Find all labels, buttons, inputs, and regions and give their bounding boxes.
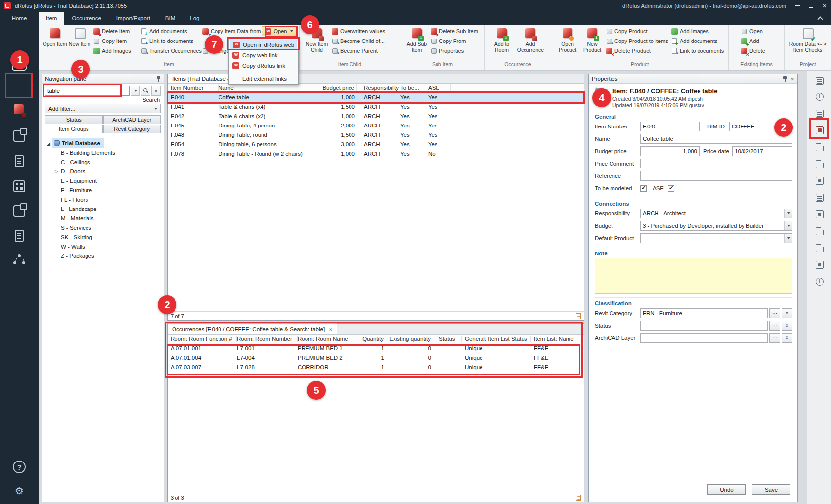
copy-item-data-from-button[interactable]: Copy Item Data from (201, 26, 262, 36)
delete-sub-item-button[interactable]: Delete Sub Item (429, 26, 479, 36)
product-add-documents-button[interactable]: Add documents (670, 36, 725, 46)
info-icon[interactable] (813, 90, 826, 103)
tree-item[interactable]: E - Equipment (45, 176, 164, 185)
column-header-room-name[interactable]: Room: Room Name (298, 336, 362, 342)
drofus-home-icon[interactable] (8, 53, 30, 73)
report-page-icon[interactable] (576, 495, 581, 501)
existing-delete-button[interactable]: Delete (740, 46, 779, 56)
room-data-item-checks-button[interactable]: Room Data <- > Item Checks (787, 26, 829, 53)
occurrence-row[interactable]: A.07.01.004 L7-004 PREMIUM BED 2 1 0 Uni… (168, 353, 584, 362)
price-comment-input[interactable] (640, 159, 792, 168)
price-date-input[interactable] (732, 146, 792, 156)
tree-item[interactable]: S - Services (45, 223, 164, 232)
pin-icon[interactable] (783, 76, 787, 82)
column-header-item-list-name[interactable]: Item List: Name (531, 336, 595, 342)
column-header-to-be[interactable]: To be... (400, 84, 428, 91)
products-module-icon[interactable] (8, 126, 30, 146)
ase-checkbox[interactable] (668, 185, 674, 192)
open-item-button[interactable]: Open Item (43, 26, 67, 47)
filter-tab[interactable]: ArchiCAD Layer (103, 115, 161, 124)
column-header-status[interactable]: Status (431, 336, 462, 342)
layout-grid-icon[interactable] (813, 75, 826, 87)
menu-tab[interactable]: BIM (158, 12, 182, 25)
rooms-module-icon[interactable] (8, 176, 30, 196)
copy-from-button[interactable]: Copy From (429, 36, 479, 46)
existing-add-button[interactable]: Add (740, 36, 779, 46)
menu-tab[interactable]: Item (39, 12, 64, 25)
copy-item-button[interactable]: Copy Item (92, 36, 139, 46)
pin-icon[interactable] (156, 76, 161, 82)
link-to-documents-button[interactable]: Link to documents (139, 36, 201, 46)
new-item-button[interactable]: New Item (67, 26, 92, 47)
items-module-icon[interactable] (8, 100, 30, 120)
archicad-layer-input[interactable] (640, 333, 768, 343)
add-filter-dropdown[interactable]: Add filter... (45, 104, 161, 113)
item-row[interactable]: F.048 Dining Table, round 1,500 ARCH Yes… (168, 130, 584, 139)
tree-item[interactable]: L - Landscape (45, 204, 164, 213)
name-input[interactable] (640, 134, 792, 144)
tree-item[interactable]: Z - Packages (45, 251, 164, 260)
note-field[interactable] (595, 258, 792, 294)
column-header-budget-price[interactable]: Budget price (317, 84, 357, 91)
new-item-child-button[interactable]: New Item Child (304, 26, 330, 53)
maximize-button[interactable] (804, 0, 818, 12)
item-number-input[interactable] (640, 122, 700, 131)
add-documents-button[interactable]: Add documents (139, 26, 201, 36)
layers-icon[interactable] (813, 225, 826, 238)
clear-search-button[interactable] (151, 86, 161, 96)
delete-product-button[interactable]: Delete Product (605, 46, 670, 56)
delete-item-button[interactable]: Delete Item (92, 26, 139, 36)
tree-item[interactable]: C - Ceilings (45, 157, 164, 167)
new-product-button[interactable]: New Product (580, 26, 605, 53)
filter-tab[interactable]: Revit Category (103, 125, 161, 133)
tree-item[interactable]: ▷ D - Doors (45, 167, 164, 176)
column-header-ase[interactable]: ASE (428, 84, 451, 91)
column-header-item-list-status[interactable]: General: Item List Status (462, 336, 531, 342)
column-header-name[interactable]: Name (219, 84, 317, 91)
search-history-dropdown[interactable] (131, 86, 140, 96)
add-images-button[interactable]: Add Images (92, 46, 139, 56)
bim-id-input[interactable] (729, 122, 784, 131)
documents-module-icon[interactable] (8, 151, 30, 171)
sync-icon[interactable] (813, 141, 826, 154)
product-link-documents-button[interactable]: Link to documents (670, 46, 725, 56)
menu-item-open-in-drofus-web[interactable]: Open in dRofus web (230, 40, 297, 50)
occurrence-row[interactable]: A.07.01.001 L7-001 PREMIUM BED 1 1 0 Uni… (168, 343, 584, 353)
tree-item[interactable]: W - Walls (45, 242, 164, 251)
overwritten-values-button[interactable]: Overwritten values (330, 26, 394, 36)
tree-root-trial-database[interactable]: Trial Database (45, 138, 164, 148)
add-occurrence-button[interactable]: Add Occurrence (515, 26, 546, 53)
become-parent-button[interactable]: Become Parent (330, 46, 394, 56)
product-icon[interactable] (813, 174, 826, 187)
close-button[interactable] (818, 0, 831, 12)
item-row[interactable]: F.042 Table & chairs (x2) 1,000 ARCH Yes… (168, 111, 584, 121)
open-product-button[interactable]: Open Product (555, 26, 580, 53)
column-header-item-number[interactable]: Item Number (168, 84, 219, 91)
minimize-button[interactable] (791, 0, 804, 12)
column-header-existing-quantity[interactable]: Existing quantity (384, 336, 431, 342)
undo-button[interactable]: Undo (707, 484, 746, 495)
menu-item-edit-external-links[interactable]: Edit external links (230, 73, 297, 84)
reference-input[interactable] (640, 171, 792, 181)
item-box-icon[interactable] (813, 124, 826, 137)
revit-category-input[interactable] (640, 308, 768, 318)
status-input[interactable] (640, 321, 768, 331)
forms-icon[interactable] (813, 107, 826, 120)
column-header-responsibility[interactable]: Responsibility (357, 84, 400, 91)
parts-icon[interactable] (813, 258, 826, 271)
item-row[interactable]: F.045 Dining Table, 4 person 2,000 ARCH … (168, 121, 584, 130)
tree-item[interactable]: FL - Floors (45, 195, 164, 204)
open-dropdown-button[interactable]: Open (262, 26, 296, 36)
copy-product-to-items-button[interactable]: Copy Product to Items (605, 36, 670, 46)
existing-open-button[interactable]: Open (740, 26, 779, 36)
close-occurrences-tab-icon[interactable] (329, 326, 333, 332)
item-row[interactable]: F.040 Coffee table 1,000 ARCH Yes Yes (168, 92, 584, 102)
menu-tab[interactable]: Occurrence (64, 12, 108, 25)
tree-item[interactable]: M - Materials (45, 213, 164, 223)
help-icon[interactable]: ? (8, 457, 30, 477)
search-button[interactable] (141, 86, 150, 96)
tree-item[interactable]: SK - Skirting (45, 232, 164, 242)
revit-category-browse-button[interactable] (769, 308, 780, 318)
reports-module-icon[interactable] (8, 226, 30, 246)
search-input[interactable] (45, 86, 130, 96)
